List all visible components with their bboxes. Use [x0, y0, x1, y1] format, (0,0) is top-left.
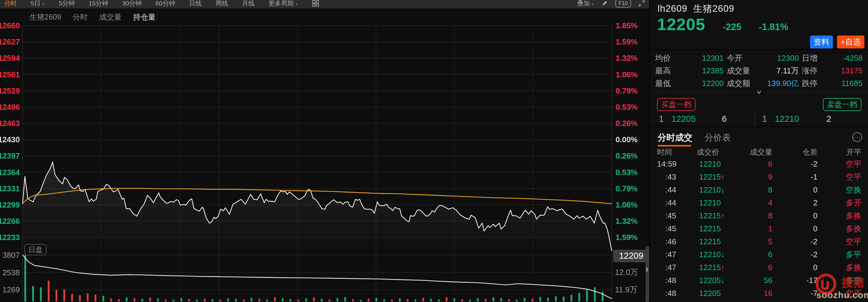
- svg-text:12463: 12463: [0, 119, 20, 128]
- trading-terminal: 分时5日∨5分钟15分钟30分钟60分钟日线周线月线更多周期∨ 叠加 ∨ F10…: [0, 0, 868, 302]
- svg-text:12209: 12209: [619, 251, 644, 261]
- svg-text:日盘: 日盘: [28, 245, 43, 253]
- svg-text:12233: 12233: [0, 233, 20, 242]
- intraday-chart[interactable]: 1266012627125941256112529124961246312430…: [0, 8, 649, 302]
- expand-icon[interactable]: [639, 0, 645, 7]
- period-item-1[interactable]: 分时: [4, 0, 17, 7]
- tick-row[interactable]: :451221510多换: [650, 222, 868, 235]
- chevron-down-icon: ∨: [591, 2, 594, 6]
- svg-text:1.32%: 1.32%: [616, 217, 638, 225]
- period-toolbar: 分时5日∨5分钟15分钟30分钟60分钟日线周线月线更多周期∨ 叠加 ∨ F10: [0, 0, 649, 8]
- period-item-7[interactable]: 日线: [189, 0, 202, 7]
- svg-text:12529: 12529: [0, 86, 20, 95]
- period-item-9[interactable]: 月线: [242, 0, 254, 7]
- layout-grid-icon[interactable]: [312, 0, 319, 7]
- tick-row[interactable]: :441221042多开: [650, 197, 868, 209]
- tick-row[interactable]: :481220516-7空平: [650, 287, 868, 300]
- stat-跌停: 跌停11685: [801, 77, 864, 90]
- chart-pane-tabs: 生猪2609分时成交量持仓量: [29, 12, 156, 22]
- tick-row[interactable]: :4812205↓56-17多平: [650, 274, 868, 287]
- add-watchlist-button[interactable]: +自选: [837, 35, 864, 49]
- tick-row[interactable]: 14:59122106-2空平: [650, 158, 868, 171]
- chart-tab-成交量[interactable]: 成交量: [99, 12, 122, 22]
- ask-price[interactable]: 12210: [775, 114, 799, 124]
- stat-成交额: 成交额139.90亿: [725, 77, 801, 90]
- svg-text:0.79%: 0.79%: [616, 86, 638, 95]
- stat-今开: 今开12300: [725, 52, 801, 64]
- col-header-成交价: 成交价: [676, 147, 715, 157]
- divider: [650, 126, 868, 127]
- ask-qty: 2: [827, 114, 831, 124]
- period-item-6[interactable]: 60分钟: [156, 0, 175, 7]
- svg-text:1269: 1269: [2, 285, 20, 294]
- tab-tick-trades[interactable]: 分时成交: [658, 132, 692, 144]
- stats-collapse[interactable]: ∨: [650, 89, 868, 95]
- col-header-仓差: 仓差: [772, 147, 817, 157]
- svg-text:0.26%: 0.26%: [616, 119, 638, 128]
- price-change-pct: -1.81%: [759, 22, 788, 32]
- contract-code: lh2609: [658, 3, 687, 14]
- tick-row[interactable]: :4712210↓6-2多平: [650, 248, 868, 261]
- stats-grid: 均价12301今开12300日增-4258最高12385成交量7.11万涨停13…: [654, 52, 864, 90]
- tick-table-body[interactable]: 14:59122106-2空平:4312215↑9-1空平:4412210↓80…: [650, 158, 868, 302]
- svg-text:1.59%: 1.59%: [616, 37, 638, 46]
- col-header-成交量: 成交量: [715, 147, 772, 157]
- tab-price-ladder[interactable]: 分价表: [705, 132, 731, 144]
- tick-row[interactable]: :491220531空开: [650, 300, 868, 302]
- chart-tab-持仓量[interactable]: 持仓量: [133, 12, 156, 22]
- svg-text:11.9万: 11.9万: [615, 285, 638, 294]
- svg-text:12397: 12397: [0, 151, 20, 160]
- svg-text:12594: 12594: [0, 54, 20, 63]
- overlay-dropdown[interactable]: 叠加 ∨: [577, 0, 594, 7]
- period-items: 分时5日∨5分钟15分钟30分钟60分钟日线周线月线更多周期∨: [4, 0, 312, 7]
- tick-tabs: 分时成交 分价表 ···: [650, 129, 868, 146]
- stat-最高: 最高12385: [654, 64, 725, 77]
- period-item-10[interactable]: 更多周期∨: [269, 0, 298, 7]
- svg-text:0.53%: 0.53%: [616, 168, 638, 177]
- tick-row[interactable]: :4712215↑60多换: [650, 261, 868, 274]
- svg-text:2538: 2538: [2, 268, 20, 277]
- period-item-5[interactable]: 30分钟: [122, 0, 142, 7]
- chart-tab-生猪2609[interactable]: 生猪2609: [29, 12, 61, 22]
- col-header-开平: 开平: [817, 147, 861, 157]
- contract-title: lh2609 生猪2609: [658, 2, 734, 15]
- quote-panel: lh2609 生猪2609 12205 -225 -1.81% 资料 +自选 均…: [649, 0, 868, 302]
- stat-最低: 最低12200: [654, 77, 725, 90]
- svg-text:3807: 3807: [2, 250, 20, 260]
- svg-text:12299: 12299: [0, 200, 20, 209]
- period-item-2[interactable]: 5日∨: [31, 0, 45, 7]
- svg-text:1.59%: 1.59%: [616, 233, 638, 242]
- svg-text:12496: 12496: [0, 102, 20, 112]
- bid-level-badge: 买盘一档: [657, 98, 695, 111]
- divider: [650, 49, 868, 50]
- period-item-8[interactable]: 周线: [216, 0, 228, 7]
- f10-button[interactable]: F10: [615, 0, 631, 7]
- period-item-4[interactable]: 15分钟: [89, 0, 108, 7]
- more-options-icon[interactable]: ···: [852, 132, 862, 142]
- chart-tab-分时[interactable]: 分时: [73, 12, 88, 22]
- tick-row[interactable]: :4412210↓80空换: [650, 183, 868, 197]
- svg-text:12660: 12660: [0, 21, 20, 30]
- bid-price[interactable]: 12205: [672, 114, 696, 124]
- price-change: -225: [723, 22, 741, 32]
- svg-text:12364: 12364: [0, 168, 20, 177]
- active-tab-underline: [658, 145, 691, 147]
- stat-均价: 均价12301: [654, 52, 725, 64]
- bid-qty: 6: [722, 114, 727, 124]
- tick-row[interactable]: :46122155-2空平: [650, 235, 868, 248]
- bid-ask-row: 1 12205 6 1 12210 2: [650, 112, 868, 126]
- tick-row[interactable]: :4512215↑80多换: [650, 209, 868, 222]
- tick-row[interactable]: :4312215↑9-1空平: [650, 171, 868, 183]
- info-button[interactable]: 资料: [810, 35, 833, 49]
- svg-text:12561: 12561: [0, 70, 20, 79]
- svg-text:12627: 12627: [0, 37, 20, 46]
- tick-table-header: 时间成交价成交量仓差开平: [650, 147, 868, 157]
- chevron-down-icon: ∨: [750, 89, 768, 95]
- period-item-3[interactable]: 5分钟: [59, 0, 75, 7]
- svg-text:1.32%: 1.32%: [616, 54, 638, 63]
- svg-text:12.0万: 12.0万: [615, 268, 638, 277]
- svg-text:1.06%: 1.06%: [616, 200, 638, 209]
- last-price: 12205: [657, 14, 705, 34]
- stat-成交量: 成交量7.11万: [725, 64, 801, 77]
- draw-tool-icon[interactable]: [601, 0, 608, 7]
